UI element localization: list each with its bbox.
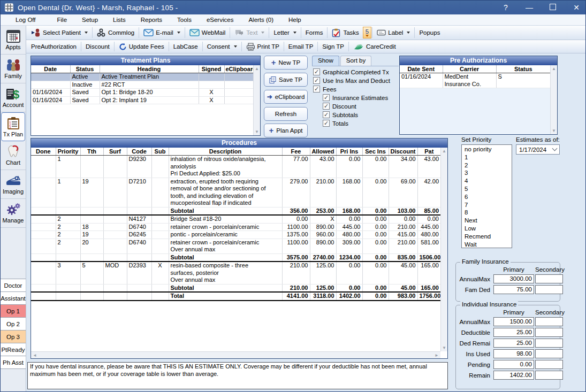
column-header[interactable]: Heading <box>100 65 199 73</box>
show-option[interactable]: ✓ Insurance Estimates <box>323 94 399 101</box>
operatory-status-button[interactable]: Assistant <box>1 291 26 305</box>
checkbox-checked-icon[interactable]: ✓ <box>313 77 320 84</box>
maximize-icon[interactable] <box>548 3 558 12</box>
preauthorization-row[interactable]: 01/16/2024 MedDent Insurance Co. S <box>400 73 550 88</box>
tasks-count-badge[interactable]: 5 <box>363 27 371 39</box>
column-header[interactable]: Pri Ins <box>336 148 362 156</box>
column-header[interactable]: Tth <box>80 148 103 156</box>
column-header[interactable]: Done <box>31 148 56 156</box>
scroll-down-icon[interactable]: ▼ <box>255 129 259 134</box>
tab-sort-by[interactable]: Sort by <box>340 56 371 66</box>
checkbox-checked-icon[interactable]: ✓ <box>323 94 330 101</box>
treatment-plan-row[interactable]: Active Active Treatment Plan <box>31 73 253 81</box>
procedures-horizontal-scrollbar[interactable]: ◄ ► <box>31 351 440 358</box>
email-button[interactable]: E-mail <box>140 26 184 39</box>
checkbox-checked-icon[interactable]: ✓ <box>323 111 330 118</box>
menu-item[interactable]: File <box>50 16 75 24</box>
scroll-up-icon[interactable]: ▲ <box>552 66 556 71</box>
sidebar-item-chart[interactable]: Chart <box>1 141 26 170</box>
secondary-value-field[interactable] <box>535 371 563 380</box>
set-priority-listbox[interactable]: no priority 1 2 3 4 5 6 7 <box>461 144 512 248</box>
scroll-left-icon[interactable]: ◄ <box>33 353 37 358</box>
checkbox-checked-icon[interactable]: ✓ <box>313 86 320 93</box>
menu-item[interactable]: Alerts (0) <box>241 16 281 24</box>
priority-option[interactable]: Wait <box>465 241 509 248</box>
primary-value-field[interactable]: 25.00 <box>493 328 534 337</box>
scroll-up-icon[interactable]: ▲ <box>255 66 259 71</box>
priority-option[interactable]: no priority <box>465 145 509 153</box>
preauthorization-button[interactable]: PreAuthorization <box>27 41 80 52</box>
priority-option[interactable]: 6 <box>465 193 509 201</box>
column-header[interactable]: eClipboard <box>224 65 253 73</box>
scroll-down-icon[interactable]: ▼ <box>552 128 556 133</box>
sidebar-item-account[interactable]: $ Account <box>1 83 26 112</box>
procedure-row[interactable]: 2 20 D6740 retainer crown - porcelain/ce… <box>31 239 440 253</box>
procedure-row[interactable]: 1 19 D7210 extraction, erupted tooth req… <box>31 178 440 207</box>
column-header[interactable]: Description <box>169 148 282 156</box>
show-option[interactable]: ✓ Fees <box>313 86 399 93</box>
save-tp-button[interactable]: Save TP <box>264 73 308 87</box>
procedure-row[interactable]: 2 19 D6245 pontic - porcelain/ceramic 13… <box>31 231 440 239</box>
print-tp-button[interactable]: Print TP <box>242 41 283 52</box>
column-header[interactable]: Carrier <box>443 65 496 73</box>
procedure-row[interactable]: Subtotal 210.00 125.00 0.00 0.00 45.00 1… <box>31 284 440 292</box>
column-header[interactable]: Priority <box>56 148 80 156</box>
primary-value-field[interactable]: 3000.00 <box>493 274 534 283</box>
column-header[interactable]: Date Sent <box>400 65 443 73</box>
column-header[interactable]: Date <box>31 65 70 73</box>
primary-value-field[interactable]: 75.00 <box>493 285 534 294</box>
sign-tp-button[interactable]: Sign TP <box>318 41 348 52</box>
primary-value-field[interactable]: 1500.00 <box>493 317 534 326</box>
sidebar-item-family[interactable]: Family <box>1 55 26 83</box>
menu-item[interactable]: Setup <box>74 16 105 24</box>
procedure-row[interactable]: 2 N4127 Bridge Seat #18-20 0.00 X 0.0 <box>31 215 440 223</box>
procedures-vertical-scrollbar[interactable]: ▲ ▼ <box>440 148 447 351</box>
scroll-up-icon[interactable]: ▲ <box>442 149 446 153</box>
commlog-button[interactable]: Commlog <box>93 26 138 39</box>
secondary-value-field[interactable] <box>535 317 563 326</box>
select-patient-button[interactable]: Select Patient <box>27 26 92 39</box>
checkbox-checked-icon[interactable]: ✓ <box>313 68 320 75</box>
discount-button[interactable]: Discount <box>82 41 113 52</box>
eclipboard-button[interactable]: ➜eClipboard <box>264 90 308 104</box>
webmail-button[interactable]: WebMail <box>186 26 230 39</box>
close-icon[interactable]: ✕ <box>572 3 581 12</box>
column-header[interactable]: Status <box>496 65 550 73</box>
minimize-icon[interactable]: — <box>524 3 534 12</box>
new-tp-button[interactable]: +New TP <box>264 56 308 70</box>
secondary-value-field[interactable] <box>535 328 563 337</box>
column-header[interactable]: Status <box>70 65 100 73</box>
treatment-plans-scrollbar[interactable]: ▲ ▼ <box>253 65 260 135</box>
priority-option[interactable]: 8 <box>465 209 509 217</box>
primary-value-field[interactable]: 98.00 <box>493 349 534 358</box>
priority-option[interactable]: Recmend <box>465 233 509 241</box>
show-option[interactable]: ✓ Totals <box>323 120 399 127</box>
operatory-status-button[interactable]: Op 1 <box>1 304 26 318</box>
operatory-status-button[interactable]: PtReady <box>1 343 26 356</box>
forms-button[interactable]: Forms <box>302 26 327 39</box>
column-header[interactable]: Signed <box>199 65 224 73</box>
treatment-plan-row[interactable]: Inactive #22 RCT <box>31 81 253 89</box>
menu-item[interactable]: Log Off <box>8 16 43 24</box>
priority-option[interactable]: 5 <box>465 185 509 193</box>
procedure-row[interactable]: 3 5 MOD D2393 X resin-based composite - … <box>31 262 440 284</box>
checkbox-checked-icon[interactable]: ✓ <box>323 103 330 110</box>
procedure-row[interactable]: Subtotal 356.00 253.00 168.00 0.00 103.0… <box>31 207 440 215</box>
refresh-button[interactable]: Refresh <box>264 107 308 121</box>
sidebar-item-appts[interactable]: Appts <box>1 26 26 55</box>
priority-option[interactable]: 2 <box>465 162 509 170</box>
update-fees-button[interactable]: Update Fees <box>115 41 168 52</box>
tasks-button[interactable]: Tasks <box>328 26 362 39</box>
letter-button[interactable]: Letter <box>270 26 300 39</box>
column-header[interactable]: Allowed <box>310 148 336 156</box>
procedure-row[interactable]: 2 18 D6740 retainer crown - porcelain/ce… <box>31 223 440 231</box>
column-header[interactable]: Fee <box>282 148 310 156</box>
menu-item[interactable]: Reports <box>133 16 170 24</box>
procedure-row[interactable]: 1 D9230 inhalation of nitrous oxide/anal… <box>31 156 440 178</box>
secondary-value-field[interactable] <box>535 274 563 283</box>
checkbox-checked-icon[interactable]: ✓ <box>323 120 330 127</box>
menu-item[interactable]: eServices <box>199 16 241 24</box>
scroll-right-icon[interactable]: ► <box>435 353 439 358</box>
show-option[interactable]: ✓ Subtotals <box>323 111 399 118</box>
help-icon[interactable]: ? <box>501 3 511 12</box>
